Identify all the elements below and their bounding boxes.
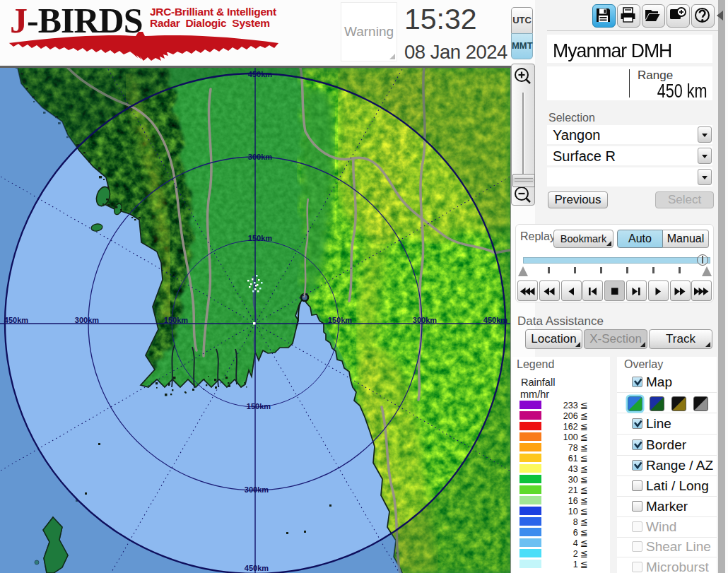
svg-text:150km: 150km bbox=[164, 316, 188, 324]
svg-text:150km: 150km bbox=[328, 316, 352, 324]
svg-text:300km: 300km bbox=[75, 316, 99, 324]
svg-text:150km: 150km bbox=[247, 402, 271, 410]
svg-text:300km: 300km bbox=[248, 153, 272, 161]
svg-text:450km: 450km bbox=[248, 70, 272, 78]
svg-text:450km: 450km bbox=[483, 316, 507, 324]
svg-text:300km: 300km bbox=[245, 485, 269, 494]
svg-text:150km: 150km bbox=[248, 234, 272, 242]
svg-text:450km: 450km bbox=[4, 316, 28, 324]
svg-text:300km: 300km bbox=[413, 316, 437, 324]
svg-text:450km: 450km bbox=[245, 564, 269, 572]
